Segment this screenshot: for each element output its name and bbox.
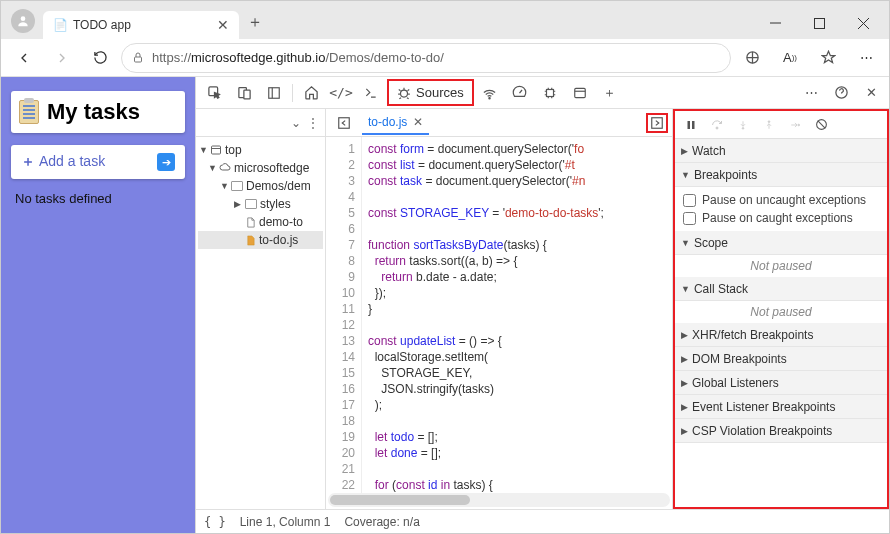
event-panel[interactable]: ▶Event Listener Breakpoints [675,395,887,419]
svg-rect-9 [243,90,249,99]
brackets-icon[interactable]: { } [204,515,226,529]
url-prefix: https:// [152,50,191,65]
step-into-button [731,114,755,136]
inspect-icon[interactable] [200,80,228,106]
settings-menu-icon[interactable]: ⋯ [797,80,825,106]
csp-panel[interactable]: ▶CSP Violation Breakpoints [675,419,887,443]
svg-point-24 [716,127,718,129]
svg-rect-20 [339,117,350,128]
page-content: My tasks ＋Add a task ➔ No tasks defined [1,77,195,533]
dock-icon[interactable] [260,80,288,106]
device-icon[interactable] [230,80,258,106]
breakpoints-panel[interactable]: ▼Breakpoints [675,163,887,187]
horizontal-scrollbar[interactable] [328,493,670,507]
back-button[interactable] [7,43,41,73]
page-title: My tasks [11,91,185,133]
application-icon[interactable] [566,80,594,106]
memory-icon[interactable] [536,80,564,106]
menu-button[interactable]: ⋯ [849,43,883,73]
profile-avatar[interactable] [11,9,35,33]
address-bar[interactable]: https://microsoftedge.github.io/Demos/de… [121,43,731,73]
close-file-icon[interactable]: ✕ [413,115,423,129]
tree-origin[interactable]: ▼microsoftedge [198,159,323,177]
file-nav-icon[interactable] [330,110,358,136]
refresh-button[interactable] [83,43,117,73]
network-icon[interactable] [476,80,504,106]
tab-title: TODO app [73,18,131,32]
debugger-panel: ▶Watch ▼Breakpoints Pause on uncaught ex… [673,109,889,509]
pause-uncaught-checkbox[interactable]: Pause on uncaught exceptions [683,191,879,209]
editor-tab[interactable]: to-do.js ✕ [362,111,429,135]
nav-tab-chevron-icon[interactable]: ⌄ [291,116,301,130]
svg-point-26 [768,120,770,122]
url-path: /Demos/demo-to-do/ [325,50,444,65]
lock-icon [132,51,144,64]
tree-subfolder[interactable]: ▶styles [198,195,323,213]
scope-panel[interactable]: ▼Scope [675,231,887,255]
elements-icon[interactable]: </> [327,80,355,106]
pause-caught-checkbox[interactable]: Pause on caught exceptions [683,209,879,227]
svg-rect-18 [212,146,221,154]
deactivate-breakpoints-button[interactable] [809,114,833,136]
code-area[interactable]: const form = document.querySelector('foc… [362,137,672,493]
svg-rect-14 [546,89,553,96]
svg-point-25 [742,127,744,129]
svg-point-13 [489,98,490,99]
read-aloud-button[interactable]: A)) [773,43,807,73]
url-host: microsoftedge.github.io [191,50,325,65]
dom-panel[interactable]: ▶DOM Breakpoints [675,347,887,371]
step-out-button [757,114,781,136]
maximize-button[interactable] [797,7,841,39]
svg-line-29 [817,121,825,129]
svg-rect-10 [269,87,280,98]
tree-file-js[interactable]: ▶to-do.js [198,231,323,249]
tracking-button[interactable] [735,43,769,73]
sources-tab[interactable]: Sources [387,79,474,106]
svg-rect-23 [692,121,695,129]
svg-rect-15 [574,88,585,97]
svg-point-27 [798,124,800,126]
tab-favicon: 📄 [53,18,67,32]
close-tab-icon[interactable]: ✕ [217,17,229,33]
submit-icon[interactable]: ➔ [157,153,175,171]
favorite-button[interactable] [811,43,845,73]
close-window-button[interactable] [841,7,885,39]
svg-rect-2 [814,18,824,28]
status-position: Line 1, Column 1 [240,515,331,529]
performance-icon[interactable] [506,80,534,106]
console-icon[interactable] [357,80,385,106]
watch-panel[interactable]: ▶Watch [675,139,887,163]
callstack-panel[interactable]: ▼Call Stack [675,277,887,301]
status-coverage: Coverage: n/a [344,515,419,529]
devtools-panel: </> Sources ＋ ⋯ ✕ ⌄⋮ [195,77,889,533]
help-icon[interactable] [827,80,855,106]
nav-tab-more-icon[interactable]: ⋮ [307,116,319,130]
bug-icon [397,86,411,100]
tree-file-html[interactable]: ▶demo-to [198,213,323,231]
minimize-button[interactable] [753,7,797,39]
welcome-icon[interactable] [297,80,325,106]
xhr-panel[interactable]: ▶XHR/fetch Breakpoints [675,323,887,347]
step-button [783,114,807,136]
global-panel[interactable]: ▶Global Listeners [675,371,887,395]
svg-rect-22 [688,121,691,129]
tree-top[interactable]: ▼top [198,141,323,159]
close-devtools-icon[interactable]: ✕ [857,80,885,106]
more-tabs-button[interactable]: ＋ [596,80,624,106]
step-over-button [705,114,729,136]
pause-button[interactable] [679,114,703,136]
tree-folder[interactable]: ▼Demos/dem [198,177,323,195]
clipboard-icon [19,100,39,124]
svg-rect-21 [652,117,663,128]
svg-point-0 [21,16,26,21]
svg-rect-5 [135,57,142,62]
forward-button [45,43,79,73]
scope-not-paused: Not paused [675,255,887,277]
add-task-button[interactable]: ＋Add a task ➔ [11,145,185,179]
more-files-icon[interactable] [646,113,668,133]
line-gutter: 123456789101112131415161718192021222324 [326,137,362,493]
browser-tab[interactable]: 📄 TODO app ✕ [43,11,239,39]
empty-state: No tasks defined [11,191,185,206]
new-tab-button[interactable]: ＋ [247,12,263,33]
svg-point-12 [401,90,408,97]
